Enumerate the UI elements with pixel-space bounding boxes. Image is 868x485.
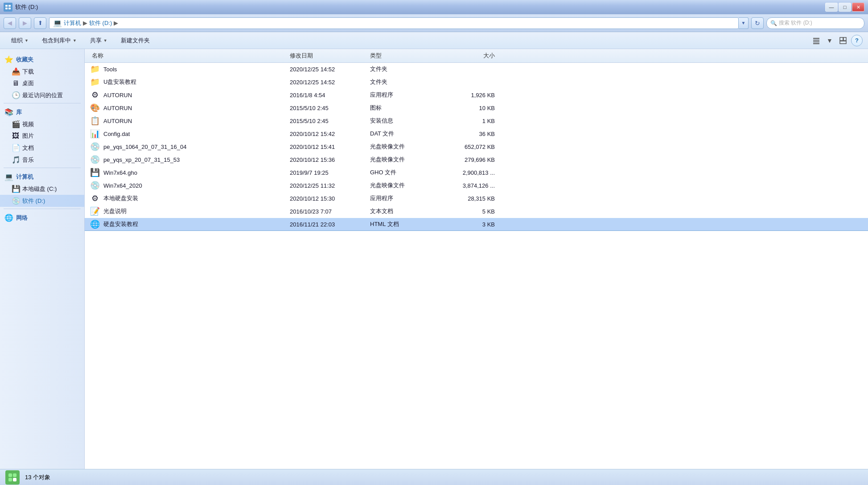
minimize-button[interactable]: — [825, 3, 838, 12]
refresh-button[interactable]: ↻ [751, 17, 764, 29]
titlebar: 软件 (D:) — □ ✕ [0, 0, 868, 14]
file-name-label: AUTORUN [103, 105, 132, 111]
pictures-icon: 🖼 [12, 132, 20, 140]
table-row[interactable]: 🌐 硬盘安装教程 2016/11/21 22:03 HTML 文档 3 KB [85, 218, 868, 231]
sidebar-item-pictures[interactable]: 🖼 图片 [0, 130, 84, 142]
maximize-button[interactable]: □ [839, 3, 851, 12]
table-row[interactable]: ⚙ AUTORUN 2016/1/8 4:54 应用程序 1,926 KB [85, 89, 868, 102]
file-name-cell: 📁 Tools [85, 64, 290, 74]
breadcrumb-drive[interactable]: 软件 (D:) [89, 19, 112, 27]
breadcrumb-dropdown[interactable]: ▼ [739, 17, 749, 29]
file-type-icon: 📁 [90, 77, 100, 87]
drive-d-icon: 💿 [12, 197, 20, 205]
newfolder-button[interactable]: 新建文件夹 [115, 34, 156, 47]
file-name-cell: ⚙ AUTORUN [85, 90, 290, 100]
organize-button[interactable]: 组织 ▼ [5, 34, 34, 47]
sidebar-item-label: 视频 [22, 120, 34, 128]
table-row[interactable]: 💿 Win7x64_2020 2020/12/25 11:32 光盘映像文件 3… [85, 179, 868, 192]
file-name-label: 硬盘安装教程 [103, 220, 138, 228]
file-type-cell: 应用程序 [370, 91, 441, 99]
file-date-cell: 2019/9/7 19:25 [290, 169, 370, 176]
filelist-header: 名称 修改日期 类型 大小 [85, 49, 868, 63]
back-button[interactable]: ◀ [4, 17, 16, 29]
main-layout: ⭐ 收藏夹 📥 下载 🖥 桌面 🕒 最近访问的位置 📚 库 [0, 49, 868, 469]
sidebar-header-network[interactable]: 🌐 网络 [0, 211, 84, 224]
file-date-cell: 2015/5/10 2:45 [290, 105, 370, 111]
sidebar-header-library[interactable]: 📚 库 [0, 105, 84, 118]
file-name-label: pe_yqs_xp_20_07_31_15_53 [103, 156, 180, 163]
up-button[interactable]: ⬆ [34, 17, 46, 29]
file-name-cell: 💾 Win7x64.gho [85, 168, 290, 177]
sidebar-item-documents[interactable]: 📄 文档 [0, 142, 84, 154]
table-row[interactable]: 📁 U盘安装教程 2020/12/25 14:52 文件夹 [85, 76, 868, 89]
sidebar-item-desktop[interactable]: 🖥 桌面 [0, 78, 84, 89]
file-name-label: AUTORUN [103, 92, 132, 99]
file-date-cell: 2015/5/10 2:45 [290, 118, 370, 124]
sidebar-item-music[interactable]: 🎵 音乐 [0, 154, 84, 166]
svg-rect-6 [813, 41, 819, 42]
file-type-cell: DAT 文件 [370, 130, 441, 138]
file-type-icon: 🎨 [90, 103, 100, 113]
share-label: 共享 [90, 37, 102, 45]
file-type-icon: 💾 [90, 168, 100, 177]
sidebar: ⭐ 收藏夹 📥 下载 🖥 桌面 🕒 最近访问的位置 📚 库 [0, 49, 85, 469]
sidebar-header-favorites[interactable]: ⭐ 收藏夹 [0, 53, 84, 66]
table-row[interactable]: 📋 AUTORUN 2015/5/10 2:45 安装信息 1 KB [85, 115, 868, 127]
sidebar-divider-1 [4, 103, 81, 103]
help-button[interactable]: ? [851, 35, 863, 46]
status-count: 13 个对象 [25, 473, 50, 481]
file-type-icon: 📝 [90, 206, 100, 216]
search-bar[interactable]: 🔍 搜索 软件 (D:) [766, 17, 864, 29]
file-size-cell: 652,072 KB [441, 144, 504, 150]
file-type-cell: 光盘映像文件 [370, 143, 441, 151]
sidebar-item-drive-c[interactable]: 💾 本地磁盘 (C:) [0, 183, 84, 195]
col-type-header[interactable]: 类型 [370, 52, 441, 60]
download-icon: 📥 [12, 67, 20, 76]
col-date-header[interactable]: 修改日期 [290, 52, 370, 60]
file-name-label: Win7x64.gho [103, 169, 137, 176]
statusbar: 13 个对象 [0, 469, 868, 485]
table-row[interactable]: 🎨 AUTORUN 2015/5/10 2:45 图标 10 KB [85, 102, 868, 115]
table-row[interactable]: 📊 Config.dat 2020/10/12 15:42 DAT 文件 36 … [85, 127, 868, 140]
library-icon: 📚 [4, 108, 13, 116]
view-list-button[interactable] [810, 35, 823, 46]
preview-button[interactable] [837, 35, 849, 46]
table-row[interactable]: 💾 Win7x64.gho 2019/9/7 19:25 GHO 文件 2,90… [85, 166, 868, 179]
file-type-cell: 应用程序 [370, 194, 441, 202]
col-size-header[interactable]: 大小 [441, 52, 504, 60]
table-row[interactable]: 📝 光盘说明 2016/10/23 7:07 文本文档 5 KB [85, 205, 868, 218]
view-dropdown-button[interactable]: ▼ [823, 35, 836, 46]
forward-button[interactable]: ▶ [19, 17, 31, 29]
sidebar-item-drive-d[interactable]: 💿 软件 (D:) [0, 195, 84, 207]
share-button[interactable]: 共享 ▼ [84, 34, 113, 47]
svg-rect-1 [8, 5, 11, 7]
sidebar-item-downloads[interactable]: 📥 下载 [0, 66, 84, 78]
includelibrary-button[interactable]: 包含到库中 ▼ [36, 34, 82, 47]
table-row[interactable]: 📁 Tools 2020/12/25 14:52 文件夹 [85, 63, 868, 76]
star-icon: ⭐ [4, 55, 13, 64]
file-type-icon: 🌐 [90, 219, 100, 229]
sidebar-header-computer[interactable]: 💻 计算机 [0, 170, 84, 183]
file-name-label: Win7x64_2020 [103, 182, 142, 189]
newfolder-label: 新建文件夹 [121, 37, 150, 45]
file-name-cell: 📝 光盘说明 [85, 206, 290, 216]
col-name-header[interactable]: 名称 [85, 52, 290, 60]
file-type-icon: 📊 [90, 129, 100, 139]
table-row[interactable]: ⚙ 本地硬盘安装 2020/10/12 15:30 应用程序 28,315 KB [85, 192, 868, 205]
file-name-label: U盘安装教程 [103, 78, 136, 86]
share-arrow: ▼ [103, 38, 107, 43]
file-name-cell: 📋 AUTORUN [85, 116, 290, 126]
titlebar-controls: — □ ✕ [825, 3, 864, 12]
sidebar-item-recent[interactable]: 🕒 最近访问的位置 [0, 89, 84, 101]
documents-icon: 📄 [12, 144, 20, 152]
table-row[interactable]: 💿 pe_yqs_xp_20_07_31_15_53 2020/10/12 15… [85, 153, 868, 166]
sidebar-section-network: 🌐 网络 [0, 211, 84, 224]
table-row[interactable]: 💿 pe_yqs_1064_20_07_31_16_04 2020/10/12 … [85, 140, 868, 153]
file-type-icon: 💿 [90, 142, 100, 152]
close-button[interactable]: ✕ [852, 3, 864, 12]
sidebar-item-video[interactable]: 🎬 视频 [0, 118, 84, 130]
file-type-icon: 💿 [90, 181, 100, 190]
sidebar-divider-3 [4, 209, 81, 209]
sidebar-item-label: 最近访问的位置 [22, 91, 63, 99]
breadcrumb-computer[interactable]: 计算机 [64, 19, 81, 27]
